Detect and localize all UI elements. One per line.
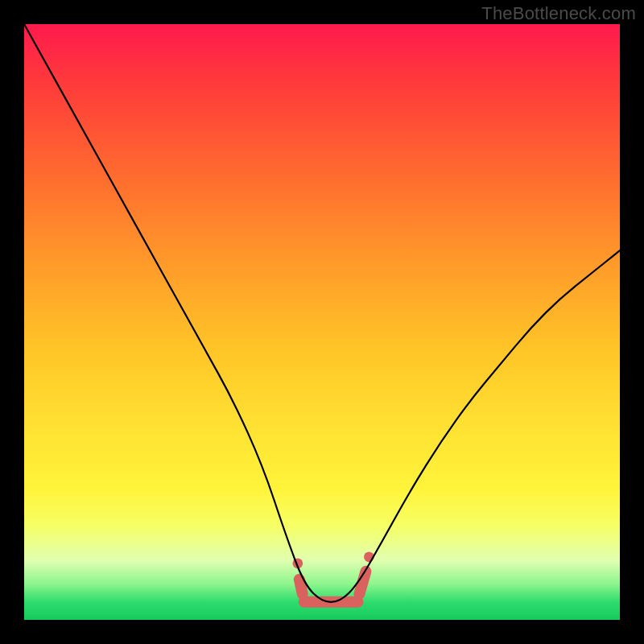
- plot-area: [24, 24, 620, 620]
- chart-svg: [24, 24, 620, 620]
- bottleneck-curve-line: [24, 24, 620, 602]
- trough-stub-left: [299, 580, 303, 594]
- watermark-text: TheBottleneck.com: [481, 3, 636, 24]
- curve-path: [24, 24, 620, 602]
- chart-frame: TheBottleneck.com: [0, 0, 644, 644]
